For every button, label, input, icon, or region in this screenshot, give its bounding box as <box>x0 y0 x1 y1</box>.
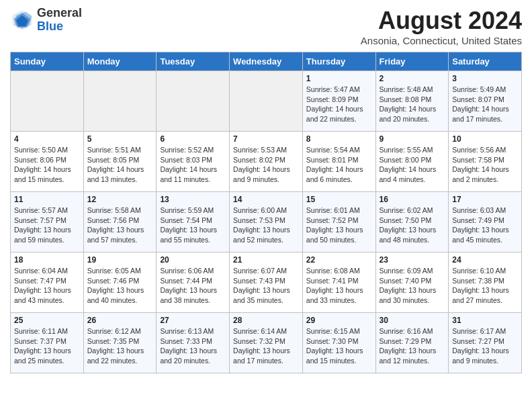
day-info: Sunrise: 5:59 AM Sunset: 7:54 PM Dayligh… <box>160 205 226 245</box>
day-info: Sunrise: 6:06 AM Sunset: 7:44 PM Dayligh… <box>160 266 226 306</box>
day-number: 23 <box>380 255 445 265</box>
day-info: Sunrise: 5:57 AM Sunset: 7:57 PM Dayligh… <box>14 205 80 245</box>
day-cell: 13Sunrise: 5:59 AM Sunset: 7:54 PM Dayli… <box>157 192 230 253</box>
day-info: Sunrise: 6:13 AM Sunset: 7:33 PM Dayligh… <box>160 326 226 366</box>
weekday-header-tuesday: Tuesday <box>157 52 230 71</box>
day-info: Sunrise: 5:50 AM Sunset: 8:06 PM Dayligh… <box>14 145 80 185</box>
day-number: 19 <box>87 255 153 265</box>
day-number: 10 <box>452 134 518 144</box>
day-cell: 5Sunrise: 5:51 AM Sunset: 8:05 PM Daylig… <box>83 132 157 192</box>
day-info: Sunrise: 6:12 AM Sunset: 7:35 PM Dayligh… <box>87 326 153 366</box>
weekday-header-row: SundayMondayTuesdayWednesdayThursdayFrid… <box>11 52 522 71</box>
day-number: 2 <box>380 74 445 83</box>
day-number: 3 <box>452 74 518 83</box>
day-info: Sunrise: 6:14 AM Sunset: 7:32 PM Dayligh… <box>233 326 299 366</box>
logo: General Blue <box>10 7 82 34</box>
day-cell: 11Sunrise: 5:57 AM Sunset: 7:57 PM Dayli… <box>11 192 84 253</box>
day-cell: 29Sunrise: 6:15 AM Sunset: 7:30 PM Dayli… <box>302 313 375 373</box>
day-number: 22 <box>306 255 372 265</box>
day-number: 9 <box>380 134 445 144</box>
weekday-header-wednesday: Wednesday <box>230 52 303 71</box>
week-row-2: 4Sunrise: 5:50 AM Sunset: 8:06 PM Daylig… <box>11 132 522 192</box>
day-number: 12 <box>87 195 153 204</box>
day-info: Sunrise: 6:02 AM Sunset: 7:50 PM Dayligh… <box>380 205 445 245</box>
day-cell: 30Sunrise: 6:16 AM Sunset: 7:29 PM Dayli… <box>375 313 449 373</box>
day-number: 25 <box>14 316 80 325</box>
day-cell: 28Sunrise: 6:14 AM Sunset: 7:32 PM Dayli… <box>230 313 303 373</box>
week-row-4: 18Sunrise: 6:04 AM Sunset: 7:47 PM Dayli… <box>11 253 522 313</box>
calendar-table: SundayMondayTuesdayWednesdayThursdayFrid… <box>10 52 522 373</box>
week-row-5: 25Sunrise: 6:11 AM Sunset: 7:37 PM Dayli… <box>11 313 522 373</box>
day-number: 15 <box>306 195 372 204</box>
day-cell: 23Sunrise: 6:09 AM Sunset: 7:40 PM Dayli… <box>375 253 449 313</box>
weekday-header-monday: Monday <box>83 52 157 71</box>
week-row-3: 11Sunrise: 5:57 AM Sunset: 7:57 PM Dayli… <box>11 192 522 253</box>
day-info: Sunrise: 6:15 AM Sunset: 7:30 PM Dayligh… <box>306 326 372 366</box>
day-number: 13 <box>160 195 226 204</box>
day-cell: 3Sunrise: 5:49 AM Sunset: 8:07 PM Daylig… <box>449 71 522 132</box>
day-cell: 7Sunrise: 5:53 AM Sunset: 8:02 PM Daylig… <box>230 132 303 192</box>
day-info: Sunrise: 6:17 AM Sunset: 7:27 PM Dayligh… <box>452 326 518 366</box>
day-number: 4 <box>14 134 80 144</box>
day-info: Sunrise: 6:00 AM Sunset: 7:53 PM Dayligh… <box>233 205 299 245</box>
day-cell: 17Sunrise: 6:03 AM Sunset: 7:49 PM Dayli… <box>449 192 522 253</box>
day-number: 27 <box>160 316 226 325</box>
day-number: 1 <box>306 74 372 83</box>
day-info: Sunrise: 5:54 AM Sunset: 8:01 PM Dayligh… <box>306 145 372 185</box>
day-info: Sunrise: 6:10 AM Sunset: 7:38 PM Dayligh… <box>452 266 518 306</box>
day-info: Sunrise: 5:51 AM Sunset: 8:05 PM Dayligh… <box>87 145 153 185</box>
day-info: Sunrise: 6:16 AM Sunset: 7:29 PM Dayligh… <box>380 326 445 366</box>
day-cell: 20Sunrise: 6:06 AM Sunset: 7:44 PM Dayli… <box>157 253 230 313</box>
day-info: Sunrise: 6:07 AM Sunset: 7:43 PM Dayligh… <box>233 266 299 306</box>
day-info: Sunrise: 5:48 AM Sunset: 8:08 PM Dayligh… <box>380 85 445 124</box>
day-number: 20 <box>160 255 226 265</box>
day-info: Sunrise: 5:53 AM Sunset: 8:02 PM Dayligh… <box>233 145 299 185</box>
weekday-header-friday: Friday <box>375 52 449 71</box>
day-info: Sunrise: 6:11 AM Sunset: 7:37 PM Dayligh… <box>14 326 80 366</box>
page-header: General Blue August 2024 Ansonia, Connec… <box>10 7 522 46</box>
day-cell: 8Sunrise: 5:54 AM Sunset: 8:01 PM Daylig… <box>302 132 375 192</box>
day-info: Sunrise: 5:52 AM Sunset: 8:03 PM Dayligh… <box>160 145 226 185</box>
day-info: Sunrise: 5:56 AM Sunset: 7:58 PM Dayligh… <box>452 145 518 185</box>
day-cell: 1Sunrise: 5:47 AM Sunset: 8:09 PM Daylig… <box>302 71 375 132</box>
day-number: 8 <box>306 134 372 144</box>
logo-blue: Blue <box>37 19 63 33</box>
day-number: 21 <box>233 255 299 265</box>
weekday-header-sunday: Sunday <box>11 52 84 71</box>
day-info: Sunrise: 6:03 AM Sunset: 7:49 PM Dayligh… <box>452 205 518 245</box>
day-cell: 2Sunrise: 5:48 AM Sunset: 8:08 PM Daylig… <box>375 71 449 132</box>
day-info: Sunrise: 6:09 AM Sunset: 7:40 PM Dayligh… <box>380 266 445 306</box>
day-number: 29 <box>306 316 372 325</box>
day-number: 31 <box>452 316 518 325</box>
day-cell: 26Sunrise: 6:12 AM Sunset: 7:35 PM Dayli… <box>83 313 157 373</box>
day-info: Sunrise: 5:47 AM Sunset: 8:09 PM Dayligh… <box>306 85 372 124</box>
day-cell: 27Sunrise: 6:13 AM Sunset: 7:33 PM Dayli… <box>157 313 230 373</box>
day-cell: 21Sunrise: 6:07 AM Sunset: 7:43 PM Dayli… <box>230 253 303 313</box>
day-number: 6 <box>160 134 226 144</box>
day-number: 26 <box>87 316 153 325</box>
day-number: 7 <box>233 134 299 144</box>
day-number: 5 <box>87 134 153 144</box>
week-row-1: 1Sunrise: 5:47 AM Sunset: 8:09 PM Daylig… <box>11 71 522 132</box>
day-cell <box>157 71 230 132</box>
day-cell: 14Sunrise: 6:00 AM Sunset: 7:53 PM Dayli… <box>230 192 303 253</box>
day-number: 14 <box>233 195 299 204</box>
logo-general: General <box>37 6 82 19</box>
month-year-title: August 2024 <box>361 7 522 35</box>
day-cell <box>230 71 303 132</box>
day-number: 16 <box>380 195 445 204</box>
weekday-header-thursday: Thursday <box>302 52 375 71</box>
day-info: Sunrise: 5:55 AM Sunset: 8:00 PM Dayligh… <box>380 145 445 185</box>
day-cell: 18Sunrise: 6:04 AM Sunset: 7:47 PM Dayli… <box>11 253 84 313</box>
day-cell <box>83 71 157 132</box>
day-info: Sunrise: 5:49 AM Sunset: 8:07 PM Dayligh… <box>452 85 518 124</box>
day-number: 24 <box>452 255 518 265</box>
weekday-header-saturday: Saturday <box>449 52 522 71</box>
day-cell: 6Sunrise: 5:52 AM Sunset: 8:03 PM Daylig… <box>157 132 230 192</box>
day-number: 30 <box>380 316 445 325</box>
day-cell: 31Sunrise: 6:17 AM Sunset: 7:27 PM Dayli… <box>449 313 522 373</box>
day-cell: 24Sunrise: 6:10 AM Sunset: 7:38 PM Dayli… <box>449 253 522 313</box>
day-cell <box>11 71 84 132</box>
day-cell: 10Sunrise: 5:56 AM Sunset: 7:58 PM Dayli… <box>449 132 522 192</box>
day-cell: 16Sunrise: 6:02 AM Sunset: 7:50 PM Dayli… <box>375 192 449 253</box>
